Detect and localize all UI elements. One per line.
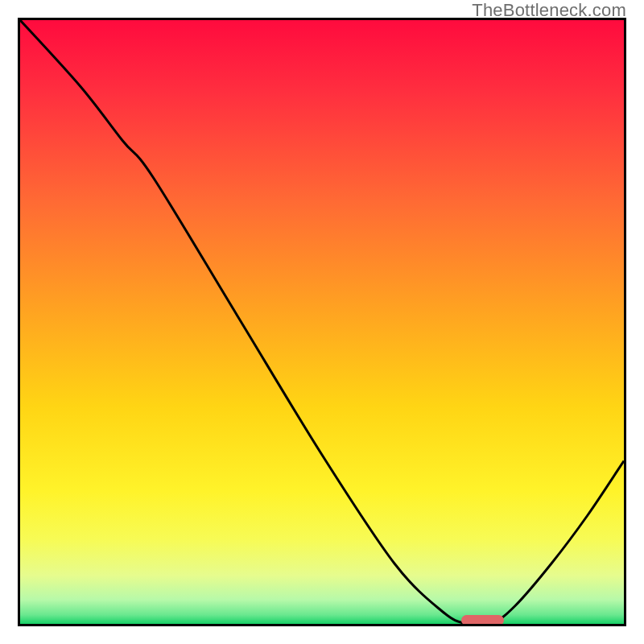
bottleneck-curve xyxy=(20,20,624,624)
optimal-marker xyxy=(461,615,504,625)
chart-frame: TheBottleneck.com xyxy=(0,0,644,644)
curve-layer xyxy=(20,20,624,624)
plot-area xyxy=(18,18,626,626)
